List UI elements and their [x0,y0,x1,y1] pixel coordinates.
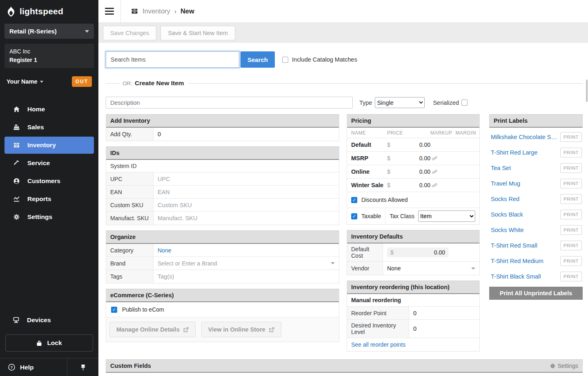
ecommerce-header: eCommerce (C-Series) [106,289,339,302]
description-input[interactable] [106,97,353,108]
label-item-link[interactable]: Travel Mug [491,180,520,187]
label-item-link[interactable]: T-Shirt Red Large [491,149,537,156]
category-value-link[interactable]: None [158,247,171,254]
print-button[interactable]: PRINT [560,194,582,204]
reorder-point-input[interactable] [413,310,475,316]
add-inventory-section: Add Inventory Add Qty. [106,114,339,141]
sidebar-item-customers[interactable]: Customers [4,173,94,190]
lock-button[interactable]: Lock [5,334,93,352]
home-icon [13,106,20,113]
pricing-header: Pricing [347,114,479,128]
publish-ecom-checkbox[interactable]: ✓ [111,307,117,313]
price-input[interactable]: 0.00 [395,182,430,188]
search-button[interactable]: Search [241,51,275,68]
upc-input[interactable] [158,176,335,182]
svg-text:?: ? [11,365,13,369]
sidebar-item-reports[interactable]: Reports [4,190,94,208]
search-input[interactable] [106,51,239,68]
topbar-divider [120,0,121,22]
tags-input[interactable] [158,273,335,280]
pricing-col-name: NAME [351,130,387,136]
taxable-label: Taxable [361,213,381,219]
pricing-col-markup: MARKUP [430,130,452,136]
print-button[interactable]: PRINT [560,163,582,173]
lock-label: Lock [47,339,62,347]
print-button[interactable]: PRINT [560,256,582,266]
product-selector[interactable]: Retail (R-Series) [4,24,94,39]
vendor-select[interactable]: None [383,263,479,274]
sidebar-bottom: Devices Lock ? Help [0,312,98,376]
chevron-down-icon [331,262,335,264]
sidebar-item-sales[interactable]: Sales [4,119,94,136]
menu-toggle-button[interactable] [98,8,120,15]
print-button[interactable]: PRINT [560,225,582,235]
label-item-link[interactable]: Socks White [491,227,524,233]
default-cost-input[interactable]: $ 0.00 [387,248,448,257]
link-price-icon[interactable] [432,183,437,188]
pin-icon [80,364,86,371]
scrollbar-thumb[interactable] [586,80,588,102]
ean-input[interactable] [158,189,335,195]
save-changes-button[interactable]: Save Changes [103,26,156,40]
sidebar-item-inventory[interactable]: Inventory [4,137,94,154]
print-button[interactable]: PRINT [560,210,582,219]
chevron-down-icon [40,81,43,83]
price-input[interactable]: 0.00 [395,155,430,161]
label-item-link[interactable]: Socks Black [491,211,523,218]
inventory-defaults-section: Inventory Defaults Default Cost $ 0.00 [347,230,480,275]
discounts-allowed-checkbox[interactable]: ✓ [351,197,357,203]
desired-level-input[interactable] [413,325,475,332]
vendor-value: None [387,265,401,272]
price-input[interactable]: 0.00 [395,168,430,175]
ean-label: EAN [106,186,154,198]
label-item-link[interactable]: Socks Red [491,196,519,202]
custom-sku-input[interactable] [158,202,335,208]
price-row-online: Online $ 0.00 [347,165,479,179]
add-qty-input[interactable] [158,131,335,137]
view-online-store-button[interactable]: View in Online Store [201,322,281,337]
price-input[interactable]: 0.00 [395,142,430,148]
print-button[interactable]: PRINT [560,179,582,188]
label-item-link[interactable]: T-Shirt Red Medium [491,258,543,264]
label-item-link[interactable]: Tea Set [491,165,511,171]
checkbox-unchecked-icon[interactable] [282,57,288,63]
clock-out-button[interactable]: OUT [72,76,92,87]
help-button[interactable]: ? Help [0,358,67,376]
pricing-col-price: PRICE [387,130,430,136]
manage-online-details-button[interactable]: Manage Online Details [109,322,196,337]
print-all-unprinted-button[interactable]: Print All Unprinted Labels [489,287,583,300]
breadcrumb-section[interactable]: Inventory [143,7,170,15]
link-price-icon[interactable] [432,156,437,161]
person-icon [13,178,20,184]
serialized-checkbox[interactable] [461,100,468,106]
brand-select[interactable]: Select or Enter a Brand [154,258,339,269]
manufact-sku-input[interactable] [158,215,335,221]
sidebar-item-devices[interactable]: Devices [0,312,98,329]
print-button[interactable]: PRINT [560,132,582,142]
print-button[interactable]: PRINT [560,272,582,281]
tax-class-select[interactable]: Item [418,210,475,222]
custom-fields-settings-button[interactable]: Settings [550,363,578,369]
taxable-checkbox[interactable]: ✓ [351,213,357,219]
print-label-row: T-Shirt Red Large PRINT [489,145,583,160]
or-prefix: OR: [122,80,132,86]
external-link-icon [183,327,189,332]
lock-icon [36,340,42,346]
price-name: MSRP [351,155,387,161]
link-price-icon[interactable] [432,169,437,175]
sidebar-item-service[interactable]: Service [4,155,94,172]
type-select[interactable]: Single [375,97,425,108]
see-all-reorder-points-link[interactable]: See all reorder points [351,341,405,348]
user-menu[interactable]: Your Name [7,78,43,85]
sidebar-item-home[interactable]: Home [4,101,94,118]
pin-sidebar-button[interactable] [67,358,98,376]
include-catalog-checkbox[interactable]: Include Catalog Matches [282,56,357,63]
label-item-link[interactable]: T-Shirt Black Small [491,273,541,280]
label-item-link[interactable]: Milkshake Chocolate Sm... [491,134,558,140]
print-button[interactable]: PRINT [560,148,582,157]
save-start-new-button[interactable]: Save & Start New Item [160,26,235,40]
app-window: lightspeed Retail (R-Series) ABC Inc Reg… [0,0,588,376]
print-button[interactable]: PRINT [560,241,582,250]
label-item-link[interactable]: T-Shirt Red Small [491,242,537,249]
sidebar-item-settings[interactable]: Settings [4,208,94,226]
